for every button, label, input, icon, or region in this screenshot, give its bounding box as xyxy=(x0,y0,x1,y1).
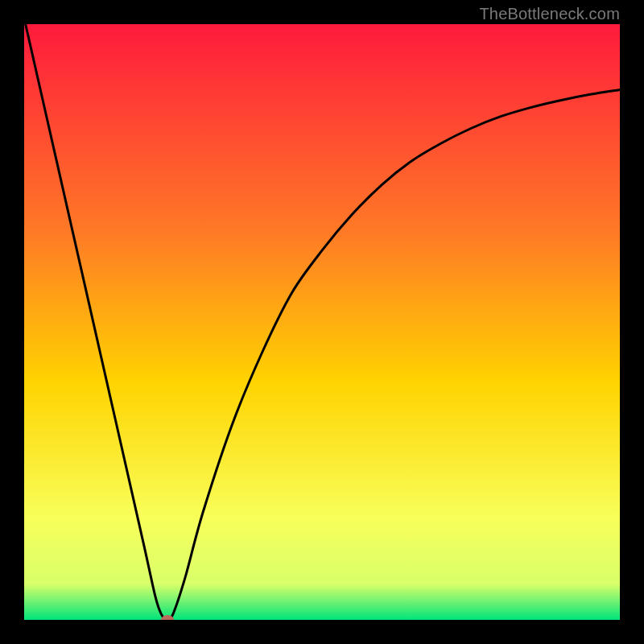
marker-dot xyxy=(161,615,174,620)
bottleneck-curve xyxy=(24,24,620,620)
chart-frame: TheBottleneck.com xyxy=(0,0,644,644)
watermark-text: TheBottleneck.com xyxy=(479,5,620,23)
plot-area xyxy=(24,24,620,620)
